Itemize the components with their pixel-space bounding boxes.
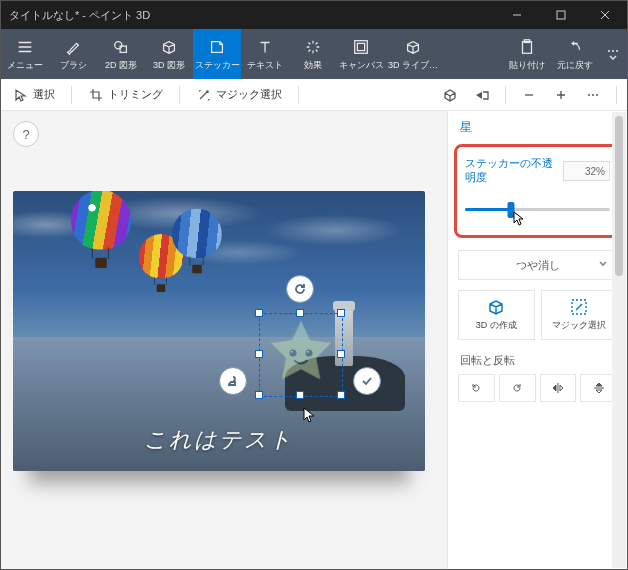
selection-box[interactable] xyxy=(259,313,343,397)
ribbon-canvas[interactable]: キャンバス xyxy=(337,29,385,79)
svg-rect-4 xyxy=(357,43,364,50)
magic-select-button[interactable]: マジック選択 xyxy=(541,290,618,340)
opacity-label: ステッカーの不透明度 xyxy=(465,157,563,185)
opacity-value[interactable]: 32% xyxy=(563,161,610,181)
make-3d-button[interactable]: 3D の作成 xyxy=(458,290,535,340)
ribbon-label: ステッカー xyxy=(195,59,240,72)
svg-point-11 xyxy=(592,94,594,96)
canvas-icon xyxy=(351,37,371,57)
cursor-icon xyxy=(13,87,29,103)
svg-rect-0 xyxy=(557,11,565,19)
panel-header: 星 xyxy=(448,111,627,144)
ribbon-3dlibrary[interactable]: 3D ライブ… xyxy=(385,29,441,79)
svg-point-1 xyxy=(115,41,122,48)
svg-point-8 xyxy=(612,50,614,52)
svg-point-12 xyxy=(596,94,598,96)
opt-magic-select[interactable]: マジック選択 xyxy=(190,83,288,107)
separator xyxy=(616,86,617,104)
opt-label: マジック選択 xyxy=(216,87,282,102)
svg-point-9 xyxy=(616,50,618,52)
opt-view3d[interactable] xyxy=(437,82,463,108)
chevron-down-icon xyxy=(598,259,608,271)
ribbon-label: メニュー xyxy=(7,59,43,72)
balloon xyxy=(71,191,131,268)
opacity-section: ステッカーの不透明度 32% xyxy=(454,144,621,238)
ribbon-undo[interactable]: 元に戻す xyxy=(551,29,599,79)
resize-handle[interactable] xyxy=(296,391,304,399)
library-icon xyxy=(403,37,423,57)
scrollbar-thumb[interactable] xyxy=(615,116,623,276)
ribbon-2d[interactable]: 2D 図形 xyxy=(97,29,145,79)
ribbon-text[interactable]: テキスト xyxy=(241,29,289,79)
ribbon-label: 効果 xyxy=(304,59,322,72)
help-icon: ? xyxy=(22,127,29,142)
help-button[interactable]: ? xyxy=(13,121,39,147)
opt-label: 選択 xyxy=(33,87,55,102)
balloon xyxy=(172,209,221,274)
maximize-button[interactable] xyxy=(539,1,583,29)
resize-handle[interactable] xyxy=(255,350,263,358)
ribbon-menu[interactable]: メニュー xyxy=(1,29,49,79)
opt-select[interactable]: 選択 xyxy=(7,83,61,107)
canvas-area[interactable]: ? xyxy=(1,111,447,569)
shapes2d-icon xyxy=(111,37,131,57)
resize-handle[interactable] xyxy=(337,309,345,317)
ribbon: メニュー ブラシ 2D 図形 3D 図形 ステッカー テキスト 効果 キャンバス… xyxy=(1,29,627,79)
opacity-slider[interactable] xyxy=(465,197,610,221)
flip-horizontal-button[interactable] xyxy=(540,374,577,402)
close-button[interactable] xyxy=(583,1,627,29)
chevron-down-icon xyxy=(603,44,623,64)
resize-handle[interactable] xyxy=(337,350,345,358)
resize-handle[interactable] xyxy=(337,391,345,399)
separator xyxy=(505,86,506,104)
svg-rect-5 xyxy=(523,41,532,53)
opt-crop[interactable]: トリミング xyxy=(82,83,169,107)
canvas-image[interactable]: これはテスト xyxy=(13,191,425,471)
ribbon-effects[interactable]: 効果 xyxy=(289,29,337,79)
commit-button[interactable] xyxy=(353,367,381,395)
window-title: タイトルなし* - ペイント 3D xyxy=(1,8,495,23)
ribbon-label: 元に戻す xyxy=(557,59,593,72)
resize-handle[interactable] xyxy=(255,391,263,399)
opt-zoom-out[interactable] xyxy=(516,82,542,108)
matte-accordion[interactable]: つや消し xyxy=(458,250,617,280)
ribbon-3d[interactable]: 3D 図形 xyxy=(145,29,193,79)
resize-handle[interactable] xyxy=(255,309,263,317)
ribbon-paste[interactable]: 貼り付け xyxy=(503,29,551,79)
opt-mixedreality[interactable] xyxy=(469,82,495,108)
menu-icon xyxy=(15,37,35,57)
magic-icon xyxy=(196,87,212,103)
svg-point-7 xyxy=(608,50,610,52)
ribbon-label: ブラシ xyxy=(60,59,87,72)
crop-icon xyxy=(88,87,104,103)
ribbon-label: 3D 図形 xyxy=(153,59,185,72)
slider-fill xyxy=(465,208,511,211)
shapes3d-icon xyxy=(159,37,179,57)
rotflip-label: 回転と反転 xyxy=(460,354,615,368)
magic-select-icon xyxy=(570,298,588,316)
ribbon-more[interactable] xyxy=(599,29,627,79)
resize-handle[interactable] xyxy=(296,309,304,317)
titlebar: タイトルなし* - ペイント 3D xyxy=(1,1,627,29)
ribbon-label: キャンバス xyxy=(339,59,384,72)
ribbon-sticker[interactable]: ステッカー xyxy=(193,29,241,79)
rotate-ccw-button[interactable] xyxy=(458,374,495,402)
tool-label: 3D の作成 xyxy=(476,319,517,332)
accordion-label: つや消し xyxy=(516,258,560,273)
rotate-button[interactable] xyxy=(286,275,314,303)
separator xyxy=(71,86,72,104)
undo-icon xyxy=(565,37,585,57)
stamp-button[interactable] xyxy=(219,367,247,395)
panel-scrollbar[interactable] xyxy=(612,112,626,568)
opt-more[interactable] xyxy=(580,82,606,108)
ribbon-brush[interactable]: ブラシ xyxy=(49,29,97,79)
text-icon xyxy=(255,37,275,57)
side-panel: 星 ステッカーの不透明度 32% つや消し 3D の作成 xyxy=(447,111,627,569)
opt-label: トリミング xyxy=(108,87,163,102)
opt-zoom-in[interactable] xyxy=(548,82,574,108)
sticker-selection[interactable] xyxy=(245,299,355,409)
rotate-cw-button[interactable] xyxy=(499,374,536,402)
minimize-button[interactable] xyxy=(495,1,539,29)
svg-point-10 xyxy=(588,94,590,96)
mouse-cursor-icon xyxy=(513,211,525,229)
